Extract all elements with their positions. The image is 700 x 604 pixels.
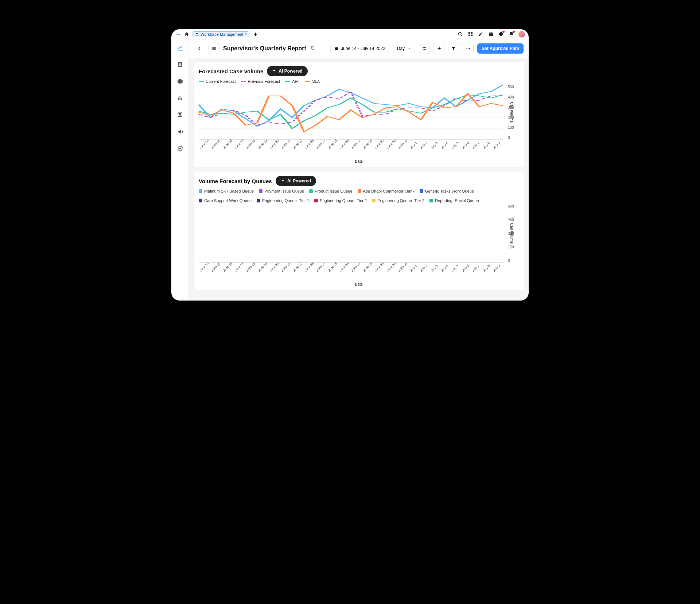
volume-by-queues-card: Volume Forecast by Queues AI Powered Pla… [193, 171, 524, 290]
svg-point-30 [469, 48, 470, 49]
menu-button[interactable] [209, 43, 219, 54]
sidebar-analytics-icon[interactable] [176, 44, 184, 52]
svg-rect-24 [336, 47, 336, 48]
svg-rect-5 [468, 35, 470, 36]
svg-rect-9 [490, 32, 490, 33]
svg-point-27 [423, 49, 424, 50]
legend-queue-3: Abu Dhabi Commercial Bank [363, 189, 415, 193]
svg-point-29 [468, 48, 468, 49]
svg-point-0 [196, 33, 197, 34]
more-button[interactable] [463, 43, 474, 54]
topbar-actions [457, 31, 525, 38]
svg-rect-25 [337, 47, 338, 48]
svg-point-26 [425, 47, 425, 48]
sidebar-campaign-icon[interactable] [176, 128, 184, 136]
filter-button[interactable] [448, 43, 459, 54]
svg-rect-20 [212, 49, 215, 50]
svg-rect-3 [468, 32, 470, 34]
legend-queue-6: Engineering Queue- Tier 1 [262, 198, 309, 203]
bell-icon[interactable] [508, 31, 514, 37]
legend-sla: SLA [312, 79, 320, 84]
main-content: Supervisor's Quarterly Report June 14 - … [189, 39, 529, 301]
legend-queue-4: Generic Tasks Work Queue [425, 189, 474, 193]
chart1-ylabel: Call Volume [509, 102, 513, 123]
legend-queue-2: Product Issue Queue [315, 189, 352, 193]
legend-queue-9: Reporting- Social Queue [435, 198, 479, 203]
close-icon[interactable]: × [245, 32, 247, 36]
chart2-ylabel: Call Volume [509, 223, 513, 244]
chart2-title: Volume Forecast by Queues [199, 178, 272, 184]
sidebar-agent-icon[interactable] [176, 111, 184, 119]
svg-point-28 [467, 48, 467, 49]
legend-queue-5: Care Support Work Queue [204, 198, 252, 203]
svg-point-16 [179, 113, 181, 115]
browser-tab[interactable]: Workforce Management × [192, 31, 249, 37]
legend-queue-8: Engineering Queue- Tier 2 [377, 198, 424, 203]
sidebar-settings-icon[interactable] [176, 144, 184, 152]
popout-icon[interactable] [310, 45, 315, 52]
legend-previous-forecast: Previous Forecast [248, 79, 280, 84]
legend-queue-0: Platinum Skill Based Queue [204, 189, 254, 193]
svg-rect-23 [335, 47, 338, 50]
chart2-legend: Platinum Skill Based QueuePayment Issue … [199, 189, 519, 203]
svg-point-17 [179, 148, 181, 150]
sidebar [171, 39, 189, 301]
search-icon[interactable] [457, 31, 463, 37]
legend-queue-1: Payment Issue Queue [264, 189, 304, 193]
chart1-title: Forecasted Case Volume [199, 68, 263, 74]
ai-powered-badge-2: AI Powered [276, 176, 316, 186]
chart2-xlabel: Date [199, 282, 519, 286]
brand-logo-icon [175, 31, 181, 37]
legend-aht: AHT [292, 79, 300, 84]
date-range-label: June 14 - July 14 2022 [341, 46, 385, 51]
granularity-select[interactable]: Day [393, 44, 415, 53]
svg-rect-10 [491, 32, 492, 33]
topbar: Workforce Management × + [171, 29, 529, 39]
granularity-label: Day [397, 46, 405, 51]
chart1-plot: 5004003002001000 Call Volume [199, 85, 519, 140]
svg-rect-8 [489, 32, 493, 34]
page-header: Supervisor's Quarterly Report June 14 - … [189, 39, 529, 58]
date-range-picker[interactable]: June 14 - July 14 2022 [330, 44, 389, 53]
avatar[interactable] [518, 31, 525, 38]
puzzle-icon[interactable] [498, 31, 504, 37]
sidebar-bars-icon[interactable] [176, 94, 184, 102]
svg-rect-6 [471, 35, 472, 36]
forecast-volume-card: Forecasted Case Volume AI Powered Curren… [193, 61, 524, 167]
apps-grid-icon[interactable] [467, 31, 473, 37]
home-icon[interactable] [184, 31, 190, 37]
page-title: Supervisor's Quarterly Report [223, 45, 306, 52]
svg-point-12 [179, 63, 181, 65]
sidebar-box-icon[interactable] [176, 77, 184, 85]
sidebar-contact-icon[interactable] [176, 61, 184, 69]
svg-rect-22 [312, 47, 314, 49]
svg-rect-14 [179, 96, 180, 100]
compose-icon[interactable] [478, 31, 483, 37]
ai-badge-label-2: AI Powered [287, 178, 311, 183]
ai-powered-badge: AI Powered [267, 66, 307, 76]
svg-rect-4 [471, 32, 472, 34]
svg-rect-15 [181, 98, 182, 100]
settings-sliders-button[interactable] [419, 43, 430, 54]
ai-badge-label: AI Powered [279, 69, 302, 74]
svg-rect-13 [178, 98, 179, 101]
legend-current-forecast: Current Forecast [206, 79, 236, 84]
svg-point-2 [458, 32, 461, 35]
chart1-xlabel: Date [199, 159, 519, 163]
share-button[interactable] [433, 43, 444, 54]
chart2-plot: 6004503001500 Call Volume [199, 204, 519, 263]
app-window: Workforce Management × + [171, 29, 529, 301]
back-button[interactable] [194, 43, 205, 54]
set-approval-path-button[interactable]: Set Approval Path [477, 43, 524, 54]
calendar-icon[interactable] [488, 31, 494, 37]
svg-point-1 [197, 33, 198, 34]
legend-queue-7: Engineering Queue- Tier 2 [320, 198, 367, 203]
tab-label: Workforce Management [201, 32, 243, 36]
chart1-legend: Current Forecast Previous Forecast AHT S… [199, 79, 519, 84]
svg-rect-18 [212, 47, 215, 48]
svg-rect-19 [212, 48, 215, 49]
new-tab-button[interactable]: + [252, 31, 258, 38]
